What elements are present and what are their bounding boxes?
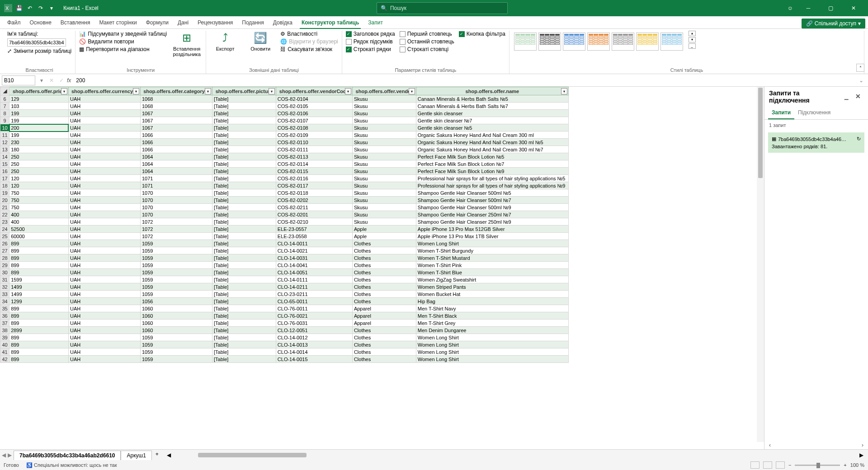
- cell[interactable]: Women Long Shirt: [416, 334, 568, 341]
- cell[interactable]: COS-82-0201: [276, 211, 352, 218]
- cell[interactable]: Clothes: [352, 247, 416, 254]
- cell[interactable]: [Table]: [212, 139, 276, 146]
- cell[interactable]: 1060: [140, 312, 212, 320]
- cell[interactable]: UAH: [68, 298, 140, 305]
- formula-expand-icon[interactable]: ⌄: [859, 77, 866, 84]
- cell[interactable]: UAH: [68, 103, 140, 110]
- row-header[interactable]: 38: [0, 327, 9, 334]
- cell[interactable]: Women T-Shirt Mustard: [416, 254, 568, 262]
- cell[interactable]: CLO-76-0021: [276, 312, 352, 320]
- cell[interactable]: UAH: [68, 334, 140, 341]
- ribbon-tab[interactable]: Довідка: [269, 17, 297, 28]
- cell[interactable]: UAH: [68, 153, 140, 160]
- cell[interactable]: [Table]: [212, 160, 276, 168]
- minimize-button[interactable]: ─: [799, 0, 817, 16]
- cell[interactable]: UAH: [68, 117, 140, 124]
- row-header[interactable]: 29: [0, 262, 9, 269]
- hscroll-right-icon[interactable]: ▶: [859, 452, 863, 458]
- scrollbar-thumb[interactable]: [758, 88, 763, 178]
- row-header[interactable]: 7: [0, 103, 9, 110]
- cell[interactable]: [Table]: [212, 153, 276, 160]
- cell[interactable]: UAH: [68, 211, 140, 218]
- cell[interactable]: 1059: [140, 247, 212, 254]
- cell[interactable]: [Table]: [212, 233, 276, 240]
- unlink-button[interactable]: ⛓Скасувати зв'язок: [280, 46, 338, 52]
- cell[interactable]: COS-82-0108: [276, 124, 352, 132]
- cell[interactable]: [Table]: [212, 95, 276, 103]
- cell[interactable]: Women ZigZag Sweatshirt: [416, 276, 568, 283]
- cell[interactable]: Skusu: [352, 218, 416, 226]
- table-style-thumb[interactable]: [587, 33, 610, 51]
- table-style-thumb[interactable]: [538, 33, 561, 51]
- cell[interactable]: UAH: [68, 276, 140, 283]
- row-header[interactable]: 12: [0, 139, 9, 146]
- table-styles-gallery[interactable]: [513, 31, 684, 52]
- cell[interactable]: Gentle skin cleanser: [416, 110, 568, 117]
- cell[interactable]: 1064: [140, 160, 212, 168]
- cell[interactable]: 1068: [140, 103, 212, 110]
- cell[interactable]: [Table]: [212, 124, 276, 132]
- view-break-button[interactable]: [776, 461, 785, 469]
- cell[interactable]: ELE-23-0557: [276, 226, 352, 233]
- cell[interactable]: [Table]: [212, 291, 276, 298]
- view-normal-button[interactable]: [750, 461, 760, 469]
- cell[interactable]: Women Bucket Hat: [416, 291, 568, 298]
- cell[interactable]: Skusu: [352, 139, 416, 146]
- row-header[interactable]: 9: [0, 117, 9, 124]
- cell[interactable]: UAH: [68, 197, 140, 204]
- cell[interactable]: 899: [9, 269, 69, 276]
- cell[interactable]: 1067: [140, 110, 212, 117]
- cell[interactable]: Skusu: [352, 168, 416, 175]
- cell[interactable]: 400: [9, 211, 69, 218]
- sheet-prev-icon[interactable]: ◀: [2, 452, 6, 458]
- pane-next-icon[interactable]: ›: [862, 442, 863, 448]
- row-header[interactable]: 33: [0, 291, 9, 298]
- cell[interactable]: [Table]: [212, 117, 276, 124]
- cell[interactable]: 1070: [140, 211, 212, 218]
- cell[interactable]: 129: [9, 95, 69, 103]
- cell[interactable]: COS-82-0116: [276, 175, 352, 182]
- cell[interactable]: [Table]: [212, 276, 276, 283]
- cell[interactable]: 899: [9, 312, 69, 320]
- cell[interactable]: [Table]: [212, 204, 276, 211]
- cell[interactable]: Women T-Shirt Burgundy: [416, 247, 568, 254]
- cell[interactable]: 120: [9, 182, 69, 189]
- cell[interactable]: Skusu: [352, 103, 416, 110]
- row-header[interactable]: 41: [0, 348, 9, 356]
- cell[interactable]: UAH: [68, 124, 140, 132]
- row-header[interactable]: 40: [0, 341, 9, 348]
- cell[interactable]: COS-82-0107: [276, 117, 352, 124]
- cell[interactable]: CLO-14-0211: [276, 283, 352, 291]
- ribbon-tab[interactable]: Основне: [25, 17, 56, 28]
- cell[interactable]: 1070: [140, 204, 212, 211]
- cell[interactable]: Shampoo Gentle Hair Cleanser 250ml №9: [416, 218, 568, 226]
- cell[interactable]: 1059: [140, 283, 212, 291]
- cell[interactable]: UAH: [68, 95, 140, 103]
- table-style-thumb[interactable]: [660, 33, 683, 51]
- cell[interactable]: Apple: [352, 226, 416, 233]
- ribbon-tab[interactable]: Дані: [173, 17, 193, 28]
- cell[interactable]: COS-82-0202: [276, 197, 352, 204]
- cell[interactable]: Clothes: [352, 254, 416, 262]
- cell[interactable]: Professional hair sprays for all types o…: [416, 182, 568, 189]
- cell[interactable]: [Table]: [212, 175, 276, 182]
- cell[interactable]: COS-82-0211: [276, 204, 352, 211]
- row-header[interactable]: 18: [0, 182, 9, 189]
- cell[interactable]: UAH: [68, 240, 140, 247]
- row-header[interactable]: 21: [0, 204, 9, 211]
- cell[interactable]: Apple iPhone 13 Pro Max 1TB Silver: [416, 233, 568, 240]
- name-box-dropdown-icon[interactable]: ▾: [37, 76, 46, 85]
- ribbon-tab[interactable]: Файл: [3, 17, 25, 28]
- cell[interactable]: 1060: [140, 327, 212, 334]
- ribbon-tab[interactable]: Подання: [237, 17, 268, 28]
- cell[interactable]: Clothes: [352, 356, 416, 363]
- cell[interactable]: Apparel: [352, 305, 416, 312]
- row-header[interactable]: 28: [0, 254, 9, 262]
- row-header[interactable]: 36: [0, 312, 9, 320]
- vertical-scrollbar[interactable]: [757, 87, 764, 442]
- table-style-thumb[interactable]: [612, 33, 634, 51]
- cell[interactable]: Shampoo Gentle Hair Cleanser 250ml №7: [416, 211, 568, 218]
- row-header[interactable]: 17: [0, 175, 9, 182]
- cell[interactable]: UAH: [68, 348, 140, 356]
- zoom-in-button[interactable]: +: [844, 462, 846, 468]
